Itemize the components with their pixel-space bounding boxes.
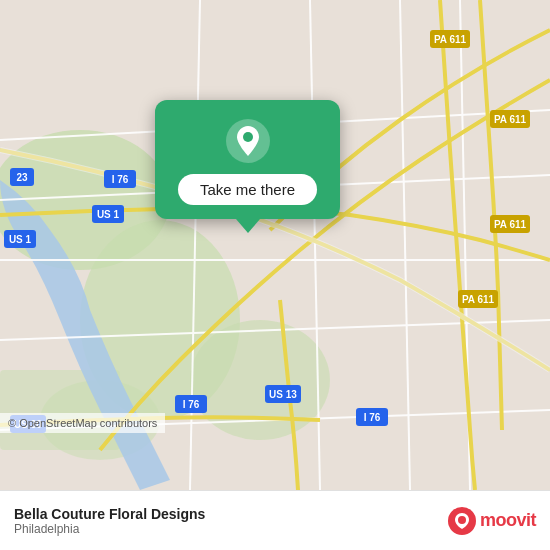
svg-text:23: 23 xyxy=(16,172,28,183)
svg-text:PA 611: PA 611 xyxy=(462,294,495,305)
svg-text:I 76: I 76 xyxy=(112,174,129,185)
moovit-text: moovit xyxy=(480,510,536,531)
svg-text:PA 611: PA 611 xyxy=(434,34,467,45)
popup-card: Take me there xyxy=(155,100,340,219)
svg-text:PA 611: PA 611 xyxy=(494,219,527,230)
attribution-bar: © OpenStreetMap contributors xyxy=(0,413,165,433)
svg-point-40 xyxy=(243,132,253,142)
take-me-there-button[interactable]: Take me there xyxy=(178,174,317,205)
svg-text:US 1: US 1 xyxy=(97,209,120,220)
attribution-text: © OpenStreetMap contributors xyxy=(8,417,157,429)
svg-text:I 76: I 76 xyxy=(183,399,200,410)
svg-text:I 76: I 76 xyxy=(364,412,381,423)
business-name: Bella Couture Floral Designs xyxy=(14,506,448,522)
svg-point-42 xyxy=(458,516,466,524)
moovit-icon xyxy=(448,507,476,535)
footer-bar: Bella Couture Floral Designs Philadelphi… xyxy=(0,490,550,550)
location-pin-icon xyxy=(225,118,271,164)
svg-text:US 13: US 13 xyxy=(269,389,297,400)
map-container: I 76 US 1 US 1 PA 611 PA 611 PA 611 PA 6… xyxy=(0,0,550,490)
city-name: Philadelphia xyxy=(14,522,448,536)
svg-text:US 1: US 1 xyxy=(9,234,32,245)
svg-text:PA 611: PA 611 xyxy=(494,114,527,125)
footer-location: Bella Couture Floral Designs Philadelphi… xyxy=(14,506,448,536)
moovit-logo: moovit xyxy=(448,507,536,535)
